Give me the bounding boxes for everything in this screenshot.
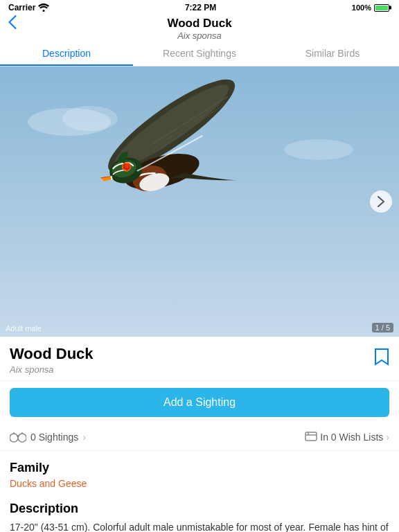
header-subtitle: Aix sponsa <box>167 30 231 41</box>
svg-point-2 <box>62 106 118 131</box>
family-title: Family <box>10 461 389 475</box>
image-next-button[interactable] <box>370 190 392 213</box>
back-button[interactable] <box>8 15 17 29</box>
header-text: Wood Duck Aix sponsa <box>167 17 231 41</box>
bird-latin-name: Aix sponsa <box>10 364 94 375</box>
svg-rect-21 <box>305 432 317 441</box>
bird-name-text: Wood Duck Aix sponsa <box>10 345 94 375</box>
status-bar: Carrier 7:22 PM 100% <box>0 0 399 15</box>
header-title: Wood Duck <box>167 17 231 30</box>
wishlist-count: In 0 Wish Lists <box>320 432 383 443</box>
image-caption: Adult male <box>6 324 42 332</box>
add-sighting-button[interactable]: Add a Sighting <box>10 388 389 417</box>
tab-recent-sightings[interactable]: Recent Sightings <box>133 41 266 66</box>
svg-point-3 <box>284 139 353 160</box>
bird-name-section: Wood Duck Aix sponsa <box>0 337 399 381</box>
bird-common-name: Wood Duck <box>10 345 94 363</box>
wishlist-chevron: › <box>386 432 389 443</box>
sightings-left[interactable]: 0 Sightings › <box>10 431 86 443</box>
wishlist-icon <box>305 432 317 443</box>
image-counter: 1 / 5 <box>372 323 393 332</box>
tab-bar: Description Recent Sightings Similar Bir… <box>0 41 399 66</box>
tab-similar-birds[interactable]: Similar Birds <box>266 41 399 66</box>
carrier-label: Carrier <box>8 3 49 12</box>
sightings-row: 0 Sightings › In 0 Wish Lists › <box>0 424 399 451</box>
family-link[interactable]: Ducks and Geese <box>10 478 389 489</box>
sightings-count: 0 Sightings <box>30 432 78 443</box>
header: Wood Duck Aix sponsa <box>0 15 399 41</box>
time-display: 7:22 PM <box>185 3 216 12</box>
svg-point-18 <box>18 434 26 442</box>
svg-point-0 <box>43 10 45 12</box>
sightings-chevron: › <box>82 432 86 443</box>
sightings-right[interactable]: In 0 Wish Lists › <box>305 432 389 443</box>
binoculars-icon <box>10 431 26 443</box>
bookmark-button[interactable] <box>374 348 389 370</box>
bird-illustration <box>0 66 399 337</box>
svg-point-17 <box>10 434 18 442</box>
description-section: Description 17-20" (43-51 cm). Colorful … <box>0 492 399 532</box>
bird-image-container: Adult male 1 / 5 <box>0 66 399 337</box>
tab-description[interactable]: Description <box>0 41 133 66</box>
battery-area: 100% <box>352 3 391 12</box>
battery-icon <box>374 4 391 12</box>
description-body: 17-20" (43-51 cm). Colorful adult male u… <box>10 520 389 532</box>
wifi-icon <box>38 3 49 12</box>
description-title: Description <box>10 502 389 516</box>
family-section: Family Ducks and Geese <box>0 451 399 492</box>
content-area: Wood Duck Aix sponsa Add a Sighting 0 Si… <box>0 337 399 532</box>
